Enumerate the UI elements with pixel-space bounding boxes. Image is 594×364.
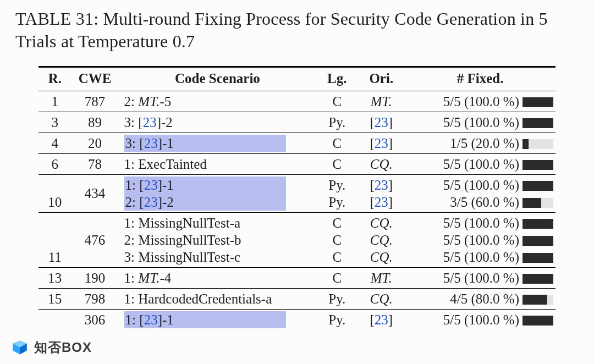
progress-bar <box>522 219 553 229</box>
cell-fix: 5/5 (100.0 %)3/5 (60.0 %) <box>405 174 556 212</box>
progress-bar <box>522 316 553 326</box>
progress-bar <box>522 253 553 263</box>
cell-cwe: 89 <box>72 112 119 133</box>
cell-scenario: 3: [23]-2 <box>119 112 317 133</box>
cell-cwe: 434 <box>72 174 119 212</box>
cell-cwe: 476 <box>72 212 119 267</box>
progress-bar <box>522 274 553 284</box>
cell-lg: Py. <box>316 288 358 309</box>
cell-scenario: 1: HardcodedCredentials-a <box>119 288 317 309</box>
cite-ref[interactable]: 23 <box>144 178 158 192</box>
cell-ori: [23][23] <box>358 174 405 212</box>
cell-cwe: 306 <box>72 309 119 330</box>
cite-ref[interactable]: 23 <box>144 195 158 209</box>
cell-ori: [23] <box>358 309 405 330</box>
cite-ref[interactable]: 23 <box>143 115 157 130</box>
cell-scenario: 1: [23]-12: [23]-2 <box>119 174 317 212</box>
fix-count: 5/5 (100.0 %) <box>443 94 519 109</box>
cell-scenario: 1: MT.-4 <box>119 267 317 288</box>
cell-lg: C <box>316 133 358 153</box>
cell-lg: CCC <box>316 212 358 267</box>
table-row: 157981: HardcodedCredentials-aPy.CQ.4/5 … <box>38 288 556 309</box>
header-fix: # Fixed. <box>405 67 556 91</box>
cell-scenario: 1: MissingNullTest-a2: MissingNullTest-b… <box>119 212 317 267</box>
table-row: 3061: [23]-1Py.[23]5/5 (100.0 %) <box>38 309 556 330</box>
cell-r: 6 <box>38 153 72 174</box>
cell-ori: [23] <box>358 133 405 153</box>
cite-ref[interactable]: 23 <box>375 312 388 327</box>
cell-r: 3 <box>38 112 72 133</box>
cell-fix: 5/5 (100.0 %) <box>405 267 556 288</box>
progress-bar <box>522 118 553 128</box>
header-ori: Ori. <box>358 67 405 91</box>
table-row: 131901: MT.-4CMT.5/5 (100.0 %) <box>38 267 556 288</box>
cell-r: 10 <box>38 174 72 212</box>
cell-cwe: 190 <box>72 267 119 288</box>
cite-ref[interactable]: 23 <box>375 195 388 209</box>
results-table: R. CWE Code Scenario Lg. Ori. # Fixed. 1… <box>38 66 556 330</box>
fix-count: 5/5 (100.0 %) <box>443 178 519 192</box>
table-row: 17872: MT.-5CMT.5/5 (100.0 %) <box>38 91 556 112</box>
cell-fix: 5/5 (100.0 %) <box>405 91 556 112</box>
fix-count: 4/5 (80.0 %) <box>450 291 519 306</box>
cell-lg: C <box>316 153 358 174</box>
cell-fix: 5/5 (100.0 %) <box>405 309 556 330</box>
cell-ori: [23] <box>358 112 405 133</box>
table-row: 114761: MissingNullTest-a2: MissingNullT… <box>38 212 556 267</box>
scenario-highlight: 1: [23]-1 <box>124 311 286 328</box>
header-cwe: CWE <box>72 67 119 91</box>
cell-r: 11 <box>38 212 72 267</box>
cell-r: 4 <box>38 133 72 153</box>
table-row: 4203: [23]-1C[23]1/5 (20.0 %) <box>38 133 556 153</box>
cell-lg: C <box>316 267 358 288</box>
progress-bar <box>522 97 553 107</box>
cell-lg: C <box>316 91 358 112</box>
progress-bar <box>522 160 553 170</box>
fix-count: 5/5 (100.0 %) <box>443 233 519 247</box>
header-r: R. <box>38 67 72 91</box>
cell-scenario: 3: [23]-1 <box>119 133 317 153</box>
cell-lg: Py. <box>316 112 358 133</box>
watermark-text: 知否BOX <box>34 339 92 356</box>
progress-bar <box>522 236 553 246</box>
scenario-highlight: 1: [23]-1 <box>124 177 286 194</box>
cell-fix: 5/5 (100.0 %)5/5 (100.0 %)5/5 (100.0 %) <box>405 212 556 267</box>
watermark: 知否BOX <box>10 338 92 357</box>
fix-count: 5/5 (100.0 %) <box>443 157 519 172</box>
cell-cwe: 78 <box>72 153 119 174</box>
fix-count: 5/5 (100.0 %) <box>443 250 519 264</box>
table-wrapper: R. CWE Code Scenario Lg. Ori. # Fixed. 1… <box>38 66 556 330</box>
cell-cwe: 787 <box>72 91 119 112</box>
header-scn: Code Scenario <box>119 67 317 91</box>
table-row: 104341: [23]-12: [23]-2Py.Py.[23][23]5/5… <box>38 174 556 212</box>
cell-lg: Py.Py. <box>316 174 358 212</box>
cell-scenario: 2: MT.-5 <box>119 91 317 112</box>
cite-ref[interactable]: 23 <box>375 115 388 130</box>
cell-fix: 5/5 (100.0 %) <box>405 153 556 174</box>
table-caption: TABLE 31: Multi-round Fixing Process for… <box>15 8 579 53</box>
cell-fix: 5/5 (100.0 %) <box>405 112 556 133</box>
cite-ref[interactable]: 23 <box>144 136 158 151</box>
table-row: 6781: ExecTaintedCCQ.5/5 (100.0 %) <box>38 153 556 174</box>
header-row: R. CWE Code Scenario Lg. Ori. # Fixed. <box>38 67 556 91</box>
cite-ref[interactable]: 23 <box>375 136 388 151</box>
cell-fix: 4/5 (80.0 %) <box>405 288 556 309</box>
cite-ref[interactable]: 23 <box>375 178 388 192</box>
cell-r: 15 <box>38 288 72 309</box>
cell-ori: MT. <box>358 91 405 112</box>
cell-scenario: 1: ExecTainted <box>119 153 317 174</box>
cell-r <box>38 309 72 330</box>
cell-cwe: 798 <box>72 288 119 309</box>
watermark-logo-icon <box>10 338 30 357</box>
header-lg: Lg. <box>316 67 358 91</box>
progress-bar <box>522 198 553 208</box>
progress-bar <box>522 181 553 191</box>
cell-ori: CQ. <box>358 153 405 174</box>
cell-scenario: 1: [23]-1 <box>119 309 317 330</box>
cite-ref[interactable]: 23 <box>144 312 158 327</box>
cell-fix: 1/5 (20.0 %) <box>405 133 556 153</box>
cell-lg: Py. <box>316 309 358 330</box>
cell-ori: MT. <box>358 267 405 288</box>
cell-r: 1 <box>38 91 72 112</box>
cell-r: 13 <box>38 267 72 288</box>
